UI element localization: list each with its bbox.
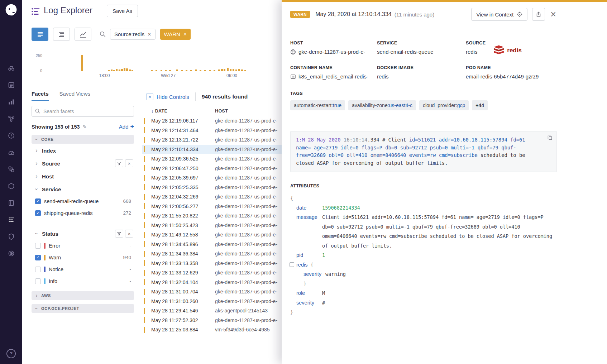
column-header-date[interactable]: ↓DATE [151,109,215,114]
attribute-row[interactable]: messageClient id=511621 addr=10.60.18.11… [290,212,557,250]
column-header-host[interactable]: HOST [215,109,228,114]
attribute-key[interactable]: role [296,288,322,298]
remove-filter-icon[interactable]: × [148,32,151,37]
log-row[interactable]: May 28 11:33:13.358gke-demo-11287-us-pro… [142,259,294,268]
events-icon[interactable] [8,81,15,89]
attribute-row[interactable]: roleM [290,288,557,298]
attribute-row[interactable]: pid1 [290,250,557,260]
facet-search-input[interactable] [32,106,134,117]
facet-value-send-email-redis-queue[interactable]: ✓send-email-redis-queue668 [32,195,134,207]
attribute-key[interactable]: redis [296,260,307,270]
attribute-key[interactable]: severity [304,269,325,279]
facet-clear-icon[interactable]: × [125,159,133,167]
tag-pill[interactable]: availability-zone:us-east4-c [348,100,416,110]
logs-icon[interactable] [8,216,15,224]
checkbox[interactable] [35,243,41,249]
hide-controls-link[interactable]: Hide Controls [157,94,189,100]
attribute-key[interactable]: pid [296,250,322,260]
attribute-key[interactable]: date [296,203,322,213]
log-row[interactable]: May 28 12:19:06.117gke-demo-11287-us-pro… [142,116,294,126]
facet-clear-icon[interactable]: × [125,230,133,238]
facet-value-shipping-queue-redis[interactable]: ✓shipping-queue-redis272 [32,207,134,219]
checkbox[interactable]: ✓ [35,255,41,260]
integrations-icon[interactable] [8,166,15,173]
log-row[interactable]: May 28 11:31:00.704gke-demo-11287-us-pro… [142,287,294,297]
facet-service[interactable]: ›Service [32,183,134,195]
facet-value-notice[interactable]: Notice- [32,263,134,275]
facet-status[interactable]: ›Status× [32,227,134,240]
log-row[interactable]: May 28 12:10:14.334gke-demo-11287-us-pro… [142,145,294,154]
metrics-icon[interactable] [8,98,15,106]
save-as-button[interactable]: Save As [107,5,138,17]
checkbox[interactable]: ✓ [35,210,41,216]
log-volume-histogram[interactable]: 250 0 18:00Wed 2706:00 [33,48,282,79]
facet-index[interactable]: ›Index [32,144,134,157]
infrastructure-icon[interactable] [8,182,15,190]
tag-pill[interactable]: cloud_provider:gcp [419,100,469,110]
log-row[interactable]: May 28 12:04:32.269gke-demo-11287-us-pro… [142,192,294,202]
datadog-logo[interactable] [4,3,19,18]
add-facet-button[interactable]: Add+ [119,123,134,130]
attribute-row[interactable]: severity# [290,298,557,308]
log-row[interactable]: May 28 12:05:25.335gke-demo-11287-us-pro… [142,183,294,192]
log-row[interactable]: May 28 11:27:52.302gke-demo-11287-us-pro… [142,316,294,325]
facet-value-info[interactable]: Info- [32,275,134,287]
help-icon[interactable]: ? [6,349,16,358]
grouped-view-icon[interactable] [53,28,70,41]
log-row[interactable]: May 28 11:34:36.384gke-demo-11287-us-pro… [142,249,294,259]
filter-pill[interactable]: WARN× [160,29,191,40]
log-row[interactable]: May 28 12:05:39.697gke-demo-11287-us-pro… [142,173,294,183]
histogram-plot[interactable]: 18:00Wed 2706:00 [45,48,282,71]
facet-filter-icon[interactable] [115,230,123,238]
export-icon[interactable] [532,8,545,21]
edit-facets-icon[interactable]: ✎ [83,124,87,130]
facet-filter-icon[interactable] [115,159,123,167]
incidents-icon[interactable] [8,132,15,139]
log-row[interactable]: May 28 11:25:03.884vm-5f349d3d-6ce4-4985 [142,325,294,335]
log-row[interactable]: May 28 12:09:36.525gke-demo-11287-us-pro… [142,154,294,164]
checkbox[interactable] [35,278,41,284]
log-row[interactable]: May 28 11:31:00.260gke-demo-11287-us-pro… [142,297,294,306]
tab-saved-views[interactable]: Saved Views [59,91,90,101]
close-icon[interactable]: × [550,10,557,19]
attribute-row[interactable]: severitywarning [290,269,557,279]
facet-source[interactable]: ›Source× [32,157,134,169]
copy-icon[interactable] [547,135,553,141]
tab-facets[interactable]: Facets [32,91,49,101]
synthetics-icon[interactable] [8,250,15,257]
watchdog-icon[interactable] [8,64,15,72]
tag-pill[interactable]: automatic-restart:true [290,100,345,110]
remove-filter-icon[interactable]: × [183,32,187,37]
attribute-key[interactable]: message [296,212,322,222]
facet-section-aws[interactable]: ›AWS [32,291,134,300]
list-view-icon[interactable] [32,28,48,41]
filter-pill[interactable]: Source:redis× [110,29,156,40]
log-row[interactable]: May 28 12:14:31.464gke-demo-11287-us-pro… [142,126,294,135]
notebooks-icon[interactable] [8,199,15,207]
attribute-row[interactable]: date1590682214334 [290,203,557,213]
facet-value-warn[interactable]: ✓Warn940 [32,252,134,263]
facet-value-error[interactable]: Error- [32,240,134,252]
checkbox[interactable] [35,267,41,272]
security-icon[interactable] [8,233,15,240]
log-row[interactable]: May 28 12:00:56.277gke-demo-11287-us-pro… [142,202,294,211]
apm-icon[interactable] [8,115,15,123]
timeseries-view-icon[interactable] [75,28,91,41]
hide-controls-icon[interactable]: « [146,93,153,100]
log-row[interactable]: May 28 11:33:12.629gke-demo-11287-us-pro… [142,268,294,278]
log-row[interactable]: May 28 11:29:41.546aks-agentpool-2145143 [142,306,294,316]
checkbox[interactable]: ✓ [35,198,41,204]
log-row[interactable]: May 28 11:34:45.896gke-demo-11287-us-pro… [142,240,294,249]
tags-more-button[interactable]: +44 [472,100,488,110]
facet-section-core[interactable]: ›CORE [32,135,134,144]
log-row[interactable]: May 28 11:32:04.104gke-demo-11287-us-pro… [142,278,294,287]
log-row[interactable]: May 28 11:55:20.822gke-demo-11287-us-pro… [142,211,294,221]
attribute-key[interactable]: severity [296,298,322,308]
facet-host[interactable]: ›Host [32,170,134,182]
log-row[interactable]: May 28 11:49:12.558gke-demo-11287-us-pro… [142,230,294,240]
facet-section-gcp.gce.projet[interactable]: ›GCP.GCE.PROJET [32,304,134,313]
log-row[interactable]: May 28 12:13:21.722gke-demo-11287-us-pro… [142,135,294,145]
log-row[interactable]: May 28 12:06:47.250gke-demo-11287-us-pro… [142,164,294,173]
attribute-row[interactable]: −redis{ [290,260,557,270]
log-row[interactable]: May 28 11:50:25.423gke-demo-11287-us-pro… [142,221,294,230]
